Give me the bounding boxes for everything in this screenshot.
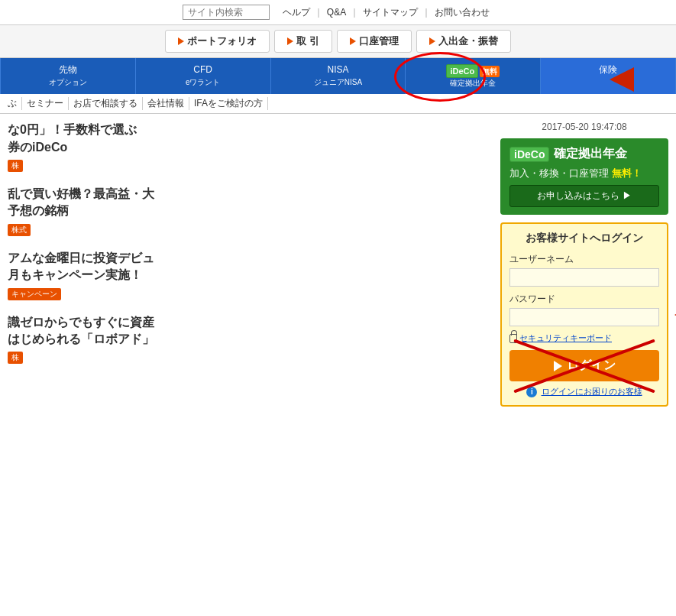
subnav-item-1[interactable]: ぶ	[8, 97, 22, 110]
trade-label: 取 引	[296, 34, 319, 48]
search-box[interactable]	[183, 5, 270, 20]
subnav-ifa[interactable]: IFAをご検討の方	[189, 97, 268, 110]
news-item-2: 乱で買い好機？最高益・大予想の銘柄 株式	[8, 186, 493, 236]
news-tag-3: キャンペーン	[8, 288, 61, 300]
username-label: ユーザーネーム	[509, 253, 659, 266]
datetime-display: 2017-05-20 19:47:08	[500, 122, 668, 132]
tab-insurance[interactable]: 保険	[541, 58, 676, 94]
login-play-icon	[554, 361, 562, 371]
trade-button[interactable]: 取 引	[274, 30, 332, 53]
qa-link[interactable]: Q&A	[323, 7, 350, 18]
banner-title: iDeCo 確定拠出年金	[509, 146, 659, 162]
news-tag-2: 株式	[8, 224, 31, 236]
banner-ideco-label: iDeCo	[509, 147, 549, 162]
password-input[interactable]	[509, 308, 659, 326]
news-column: な0円」！手数料で選ぶ券のiDeCo 株 乱で買い好機？最高益・大予想の銘柄 株…	[8, 122, 500, 407]
play-icon	[429, 37, 435, 45]
top-links: ヘルプ ｜ Q&A ｜ サイトマップ ｜ お問い合わせ	[279, 6, 493, 19]
ideco-banner: iDeCo 確定拠出年金 加入・移換・口座管理 無料！ お申し込みはこちら ▶	[500, 138, 668, 215]
news-headline-1: な0円」！手数料で選ぶ券のiDeCo	[8, 122, 493, 156]
top-bar: ヘルプ ｜ Q&A ｜ サイトマップ ｜ お問い合わせ	[0, 0, 676, 25]
tab-ideco[interactable]: iDeCo 無料 確定拠出年金	[406, 58, 541, 94]
free-badge: 無料	[480, 66, 500, 77]
portfolio-label: ポートフォリオ	[187, 34, 257, 48]
subnav-store[interactable]: お店で相談する	[69, 97, 143, 110]
account-button[interactable]: 口座管理	[337, 30, 412, 53]
contact-link[interactable]: お問い合わせ	[431, 6, 493, 19]
news-headline-3: アムな金曜日に投資デビュ月もキャンペーン実施！	[8, 250, 493, 284]
play-icon	[178, 37, 184, 45]
news-tag-1: 株	[8, 160, 23, 172]
news-item-1: な0円」！手数料で選ぶ券のiDeCo 株	[8, 122, 493, 172]
subnav-company[interactable]: 会社情報	[143, 97, 189, 110]
banner-subtitle: 加入・移換・口座管理 無料！	[509, 167, 659, 180]
trouble-link[interactable]: ログインにお困りのお客様	[542, 387, 642, 396]
search-input[interactable]	[188, 7, 264, 18]
sub-nav: ぶ セミナー お店で相談する 会社情報 IFAをご検討の方	[0, 94, 676, 114]
lock-icon	[509, 334, 517, 343]
banner-free-text: 無料！	[612, 167, 642, 179]
sitemap-link[interactable]: サイトマップ	[359, 6, 422, 19]
login-title: お客様サイトへログイン	[509, 232, 659, 245]
news-headline-4: 識ゼロからでもすぐに資産はじめられる「ロボアド」	[8, 314, 493, 349]
tab-cfd[interactable]: CFD eワラント	[136, 58, 271, 94]
news-headline-2: 乱で買い好機？最高益・大予想の銘柄	[8, 186, 493, 220]
play-icon	[350, 37, 356, 45]
main-content: な0円」！手数料で選ぶ券のiDeCo 株 乱で買い好機？最高益・大予想の銘柄 株…	[0, 114, 676, 414]
sidebar: 2017-05-20 19:47:08 iDeCo 確定拠出年金 加入・移換・口…	[500, 122, 668, 407]
tab-futures[interactable]: 先物 オプション	[0, 58, 136, 94]
login-button[interactable]: ログイン	[509, 350, 659, 381]
tabs-wrapper: 先物 オプション CFD eワラント NISA ジュニアNISA iDeCo 無…	[0, 58, 676, 94]
info-icon: i	[526, 387, 537, 397]
account-label: 口座管理	[359, 34, 399, 48]
ideco-badge: iDeCo	[446, 64, 478, 78]
nav-buttons: ポートフォリオ 取 引 口座管理 入出金・振替	[0, 25, 676, 58]
transfer-button[interactable]: 入出金・振替	[416, 30, 511, 53]
security-link-text: セキュリティキーボード	[519, 332, 612, 344]
security-keyboard-link[interactable]: セキュリティキーボード	[509, 332, 659, 344]
news-tag-4: 株	[8, 352, 23, 364]
subnav-seminar[interactable]: セミナー	[22, 97, 69, 110]
tab-nisa[interactable]: NISA ジュニアNISA	[271, 58, 406, 94]
play-icon	[287, 37, 293, 45]
banner-title-text: 確定拠出年金	[554, 146, 627, 162]
password-label: パスワード	[509, 293, 659, 306]
news-item-4: 識ゼロからでもすぐに資産はじめられる「ロボアド」 株	[8, 314, 493, 365]
login-box: お客様サイトへログイン ユーザーネーム パスワード セキュリティキーボード ログ…	[500, 222, 668, 407]
login-button-wrap: ログイン	[509, 350, 659, 381]
help-link[interactable]: ヘルプ	[279, 6, 314, 19]
login-btn-text: ログイン	[567, 358, 616, 374]
portfolio-button[interactable]: ポートフォリオ	[165, 30, 270, 53]
username-input[interactable]	[509, 268, 659, 287]
apply-button[interactable]: お申し込みはこちら ▶	[509, 185, 659, 207]
category-tabs: 先物 オプション CFD eワラント NISA ジュニアNISA iDeCo 無…	[0, 58, 676, 94]
transfer-label: 入出金・振替	[438, 34, 498, 48]
trouble-link-wrap: i ログインにお困りのお客様	[509, 386, 659, 397]
news-item-3: アムな金曜日に投資デビュ月もキャンペーン実施！ キャンペーン	[8, 250, 493, 300]
